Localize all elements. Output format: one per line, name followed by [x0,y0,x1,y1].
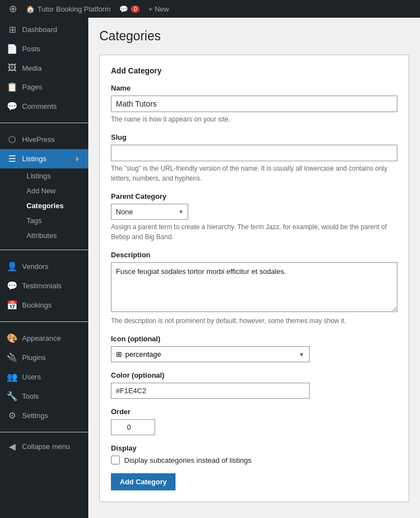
sidebar-label-testimonials: Testimonials [22,282,62,290]
sidebar-item-users[interactable]: 👥 Users [0,367,88,387]
description-field: Description Fusce feugiat sodales tortor… [111,251,397,326]
parent-category-field: Parent Category None ▼ Assign a parent t… [111,192,397,242]
sidebar-label-listings: Listings [22,155,46,163]
sidebar-item-dashboard[interactable]: ⊞ Dashboard [0,20,88,39]
comments-count: 0 [131,6,140,13]
sidebar-item-settings[interactable]: ⚙ Settings [0,406,88,425]
order-input[interactable] [111,419,155,435]
sidebar-label-hivepress: HivePress [22,135,55,144]
order-label: Order [111,408,397,416]
color-field: Color (optional) [111,371,397,399]
description-label: Description [111,251,397,259]
listings-icon: ☰ [7,154,18,164]
display-checkbox-row: Display subcategories instead of listing… [111,456,397,464]
comments-nav-icon: 💬 [7,101,18,112]
sidebar-item-testimonials[interactable]: 💬 Testimonials [0,276,88,295]
description-textarea[interactable]: Fusce feugiat sodales tortor morbi effic… [111,262,397,312]
form-title: Add Category [111,66,397,75]
sidebar-sub-attributes[interactable]: Attributes [7,228,88,243]
name-input[interactable] [111,96,397,112]
appearance-icon: 🎨 [7,333,18,343]
display-checkbox-label[interactable]: Display subcategories instead of listing… [124,456,252,464]
site-name: Tutor Booking Platform [38,5,110,13]
sidebar-sub-tags[interactable]: Tags [7,213,88,228]
parent-select[interactable]: None [111,204,188,220]
site-name-link[interactable]: 🏠 Tutor Booking Platform [22,0,115,18]
collapse-label: Collapse menu [22,442,70,451]
sidebar-item-tools[interactable]: 🔧 Tools [0,387,88,406]
name-field: Name The name is how it appears on your … [111,84,397,124]
comment-icon: 💬 [119,5,128,13]
sidebar-item-comments[interactable]: 💬 Comments [0,97,88,116]
slug-help: The "slug" is the URL-friendly version o… [111,163,397,183]
pages-icon: 📋 [7,82,18,92]
sidebar-item-appearance[interactable]: 🎨 Appearance [0,329,88,348]
display-label: Display [111,444,397,452]
color-input[interactable] [111,383,310,399]
sidebar-label-plugins: Plugins [22,353,46,362]
sidebar-label-media: Media [22,64,41,72]
icon-field: Icon (optional) ⊞ percentage ▼ [111,335,397,362]
sidebar-label-comments: Comments [22,102,57,110]
sidebar: ⊞ Dashboard 📄 Posts 🖼 Media 📋 Pages 💬 Co… [0,18,88,518]
order-field: Order [111,408,397,435]
sidebar-item-bookings[interactable]: 📅 Bookings [0,295,88,315]
sidebar-item-vendors[interactable]: 👤 Vendors [0,257,88,276]
sidebar-sub-categories[interactable]: Categories [7,198,88,213]
testimonials-icon: 💬 [7,281,18,291]
admin-bar: ⊕ 🏠 Tutor Booking Platform 💬 0 + New [0,0,420,18]
new-content-label: + New [148,5,169,13]
icon-value: percentage [125,350,161,358]
name-label: Name [111,84,397,92]
add-category-button[interactable]: Add Category [111,473,176,490]
parent-select-wrap: None ▼ [111,204,188,220]
sidebar-label-vendors: Vendors [22,262,49,271]
sidebar-item-hivepress[interactable]: ⬡ HivePress [0,130,88,149]
listings-submenu: Listings Add New Categories Tags Attribu… [0,168,88,243]
display-subcategories-checkbox[interactable] [111,456,120,464]
icon-select-inner: ⊞ percentage [116,350,295,358]
media-icon: 🖼 [7,63,18,73]
dashboard-icon: ⊞ [7,24,18,35]
slug-input[interactable] [111,145,397,161]
description-help: The description is not prominent by defa… [111,316,397,326]
sidebar-item-plugins[interactable]: 🔌 Plugins [0,348,88,367]
main-content: Categories Add Category Name The name is… [88,18,420,518]
parent-help: Assign a parent term to create a hierarc… [111,222,397,242]
sidebar-item-pages[interactable]: 📋 Pages [0,77,88,97]
home-icon: 🏠 [26,5,35,13]
listings-arrow-icon [76,156,82,162]
sidebar-label-users: Users [22,373,41,381]
settings-icon: ⚙ [7,410,18,421]
color-label: Color (optional) [111,371,397,379]
sidebar-item-media[interactable]: 🖼 Media [0,59,88,77]
sidebar-sub-listings[interactable]: Listings [7,168,88,183]
collapse-icon: ◀ [7,441,18,452]
bookings-icon: 📅 [7,300,18,310]
sidebar-label-settings: Settings [22,411,48,420]
users-icon: 👥 [7,372,18,382]
page-title: Categories [99,29,409,44]
sidebar-label-pages: Pages [22,83,42,91]
slug-label: Slug [111,133,397,141]
tools-icon: 🔧 [7,391,18,401]
sidebar-item-listings[interactable]: ☰ Listings [0,149,88,168]
comments-link[interactable]: 💬 0 [115,0,144,18]
wp-logo-icon: ⊕ [9,3,17,15]
sidebar-label-bookings: Bookings [22,301,51,309]
name-help: The name is how it appears on your site. [111,114,397,124]
hivepress-icon: ⬡ [7,134,18,145]
sidebar-label-appearance: Appearance [22,334,61,342]
sidebar-item-posts[interactable]: 📄 Posts [0,39,88,59]
slug-field: Slug The "slug" is the URL-friendly vers… [111,133,397,183]
parent-label: Parent Category [111,192,397,200]
new-content-link[interactable]: + New [144,0,173,18]
sidebar-sub-add-new[interactable]: Add New [7,183,88,198]
icon-chevron-icon: ▼ [299,351,305,358]
wp-logo[interactable]: ⊕ [4,0,22,18]
collapse-menu-button[interactable]: ◀ Collapse menu [0,437,88,456]
plugins-icon: 🔌 [7,352,18,363]
icon-label: Icon (optional) [111,335,397,343]
icon-symbol: ⊞ [116,350,122,358]
icon-select[interactable]: ⊞ percentage ▼ [111,346,310,362]
